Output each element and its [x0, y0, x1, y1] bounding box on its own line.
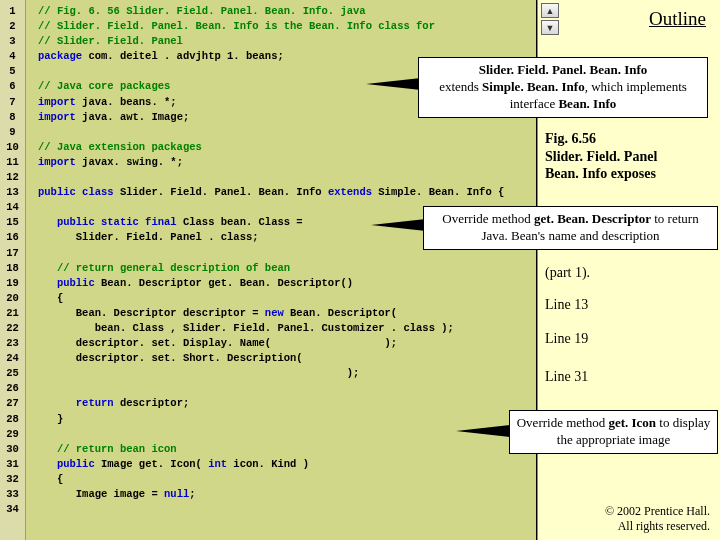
code-line: // Fig. 6. 56 Slider. Field. Panel. Bean…	[38, 4, 536, 19]
line-number: 23	[0, 336, 25, 351]
code-line: // return bean icon	[38, 442, 536, 457]
code-line: descriptor. set. Short. Description(	[38, 351, 536, 366]
code-line	[38, 502, 536, 517]
callout-arrow-1	[366, 78, 421, 90]
line-number: 29	[0, 427, 25, 442]
code-line: // return general description of bean	[38, 261, 536, 276]
code-line: Bean. Descriptor descriptor = new Bean. …	[38, 306, 536, 321]
note-line31: Line 31	[545, 368, 588, 386]
outline-heading: Outline	[649, 8, 706, 30]
right-panel: ▲ ▼ Outline Slider. Field. Panel. Bean. …	[537, 0, 720, 540]
code-line: public Bean. Descriptor get. Bean. Descr…	[38, 276, 536, 291]
code-line	[38, 125, 536, 140]
code-line	[38, 381, 536, 396]
line-number: 9	[0, 125, 25, 140]
code-line: descriptor. set. Display. Name( );	[38, 336, 536, 351]
callout-arrow-3	[456, 425, 511, 437]
line-number: 4	[0, 49, 25, 64]
line-number: 20	[0, 291, 25, 306]
line-number: 32	[0, 472, 25, 487]
line-number: 17	[0, 246, 25, 261]
line-number: 13	[0, 185, 25, 200]
code-line: );	[38, 366, 536, 381]
code-line: {	[38, 472, 536, 487]
line-number: 18	[0, 261, 25, 276]
note-fig: Fig. 6.56Slider. Field. PanelBean. Info …	[545, 130, 720, 183]
line-number: 16	[0, 230, 25, 245]
code-line: import javax. swing. *;	[38, 155, 536, 170]
line-number: 15	[0, 215, 25, 230]
callout-geticon: Override method get. Icon to display the…	[509, 410, 718, 454]
line-number: 33	[0, 487, 25, 502]
code-line: bean. Class , Slider. Field. Panel. Cust…	[38, 321, 536, 336]
line-number: 25	[0, 366, 25, 381]
code-line: return descriptor;	[38, 396, 536, 411]
line-number: 34	[0, 502, 25, 517]
line-number: 14	[0, 200, 25, 215]
line-number: 26	[0, 381, 25, 396]
line-number: 11	[0, 155, 25, 170]
line-number: 10	[0, 140, 25, 155]
nav-up-button[interactable]: ▲	[541, 3, 559, 18]
code-line: // Java extension packages	[38, 140, 536, 155]
line-number: 5	[0, 64, 25, 79]
line-number: 30	[0, 442, 25, 457]
code-line: // Slider. Field. Panel	[38, 34, 536, 49]
nav-down-button[interactable]: ▼	[541, 20, 559, 35]
callout-arrow-2	[371, 219, 426, 231]
line-number: 31	[0, 457, 25, 472]
code-line: public class Slider. Field. Panel. Bean.…	[38, 185, 536, 200]
line-number: 27	[0, 396, 25, 411]
code-line: // Slider. Field. Panel. Bean. Info is t…	[38, 19, 536, 34]
code-line	[38, 170, 536, 185]
callout-getbeandescriptor: Override method get. Bean. Descriptor to…	[423, 206, 718, 250]
line-number: 8	[0, 110, 25, 125]
line-number: 6	[0, 79, 25, 94]
note-part: (part 1).	[545, 264, 590, 282]
code-line: {	[38, 291, 536, 306]
copyright: © 2002 Prentice Hall.All rights reserved…	[605, 504, 710, 534]
code-line: public Image get. Icon( int icon. Kind )	[38, 457, 536, 472]
note-line19: Line 19	[545, 330, 588, 348]
line-number-gutter: 1234567891011121314151617181920212223242…	[0, 0, 26, 540]
line-number: 7	[0, 95, 25, 110]
code-line: Image image = null;	[38, 487, 536, 502]
line-number: 12	[0, 170, 25, 185]
line-number: 1	[0, 4, 25, 19]
line-number: 21	[0, 306, 25, 321]
callout-beaninfo: Slider. Field. Panel. Bean. Infoextends …	[418, 57, 708, 118]
note-line13: Line 13	[545, 296, 588, 314]
line-number: 24	[0, 351, 25, 366]
line-number: 28	[0, 412, 25, 427]
line-number: 2	[0, 19, 25, 34]
line-number: 3	[0, 34, 25, 49]
line-number: 19	[0, 276, 25, 291]
line-number: 22	[0, 321, 25, 336]
nav-arrows: ▲ ▼	[541, 3, 559, 35]
